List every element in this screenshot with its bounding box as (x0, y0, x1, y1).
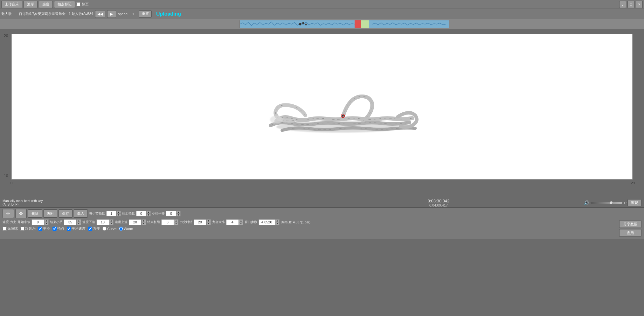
chart-area: 0 29 (11, 34, 633, 179)
force-time-label: 力变时结 (180, 220, 192, 224)
avg-speed-checkbox[interactable]: 平均速度 (67, 226, 86, 231)
waveform-container[interactable] (239, 20, 449, 28)
su-down[interactable]: ▼ (142, 222, 146, 225)
speed-up-input[interactable] (129, 219, 142, 225)
small-beat-input[interactable] (166, 211, 176, 216)
speed-label: speed (118, 12, 128, 16)
chart-outer: 20 10 0 29 (0, 29, 644, 198)
status-bar: Manually mark beat with key (A, S, D, F)… (0, 198, 644, 207)
ft-down[interactable]: ▼ (206, 222, 211, 225)
top-toolbar: 上传音乐 波形 感度 拍点标记 翻页 ♪ □ × (0, 0, 644, 9)
move-btn[interactable]: ✥ (15, 209, 27, 218)
speed-up-input-group: ▲▼ (129, 219, 146, 225)
worm-visualization (251, 75, 429, 138)
bottom-row3: 无吱嗦 跟音乐 平滑 拍点 平均速度 力变 Curve Worm (3, 226, 641, 231)
force-checkbox[interactable]: 力变 (88, 226, 100, 231)
sd-up[interactable]: ▲ (109, 219, 114, 222)
delete-btn[interactable]: 删除 (28, 209, 42, 218)
start-beat-input[interactable] (136, 211, 146, 216)
sd-down[interactable]: ▼ (109, 222, 114, 225)
prev-btn[interactable]: ◀◀ (95, 10, 105, 18)
wp-down[interactable]: ▼ (275, 222, 280, 225)
per-measure-input[interactable] (106, 211, 116, 216)
curve-radio[interactable]: Curve (102, 227, 116, 231)
volume-slider[interactable] (591, 202, 622, 204)
em-down[interactable]: ▼ (77, 222, 81, 225)
time-current: 0:03:30.042 (293, 199, 584, 203)
wp-up[interactable]: ▲ (275, 219, 280, 222)
eb-down[interactable]: ▼ (174, 222, 178, 225)
track-label: 魅人歌——百得浩9.7岁安灭呜乐里音乐会 - 1 魅人歌(Av584 (1, 11, 93, 16)
bottom-right-buttons: 分享数据 应用 (619, 220, 641, 237)
play-btn[interactable]: ▶ (107, 10, 116, 18)
end-bars-label: 结束杠组 (147, 220, 160, 224)
music-icon[interactable]: ♪ (619, 1, 626, 8)
end-bars-input[interactable] (161, 219, 174, 225)
speed-force-label: 速度·力变 (3, 220, 16, 224)
sensitivity-btn[interactable]: 感度 (39, 1, 53, 8)
bottom-row1: ✏ ✥ 删除 吸附 保存 载入 每小节拍数 ▲ ▼ 拍起拍数 ▲ ▼ 小拍平移 … (3, 209, 641, 218)
x-axis-right: 29 (631, 181, 635, 185)
speed-up-label: 速度上速 (115, 220, 128, 224)
svg-point-4 (270, 116, 283, 123)
play-music-checkbox[interactable]: 跟音乐 (20, 226, 36, 231)
window-icon[interactable]: □ (627, 1, 634, 8)
ft-up[interactable]: ▲ (206, 219, 211, 222)
smooth-checkbox[interactable]: 平滑 (38, 226, 50, 231)
save-btn[interactable]: 保存 (59, 209, 73, 218)
apply-bottom-btn[interactable]: 应用 (619, 229, 641, 237)
end-measure-input[interactable] (64, 219, 77, 225)
start-measure-input[interactable] (31, 219, 44, 225)
waveform-row (0, 19, 644, 29)
fs-up[interactable]: ▲ (239, 219, 243, 222)
start-beat-input-group: ▲ ▼ (136, 211, 151, 216)
waveform-green-marker (361, 20, 369, 28)
input-btn[interactable]: 载入 (74, 209, 88, 218)
close-icon[interactable]: × (636, 1, 643, 8)
beat-marker-btn[interactable]: 拍点标记 (54, 1, 75, 8)
status-line1: Manually mark beat with key (3, 199, 293, 203)
force-time-input[interactable] (194, 219, 206, 225)
default-label: Default: (281, 221, 292, 224)
page-flip-label: 翻页 (82, 2, 89, 7)
start-beat-up[interactable]: ▲ (146, 211, 151, 214)
per-measure-down[interactable]: ▼ (116, 214, 121, 216)
speed-down-input[interactable] (96, 219, 109, 225)
draw-btn[interactable]: ✏ (3, 209, 14, 218)
window-param-input[interactable] (259, 219, 275, 225)
force-size-input[interactable] (226, 219, 239, 225)
em-up[interactable]: ▲ (77, 219, 81, 222)
waveform-blue-left (240, 20, 355, 28)
worm-radio[interactable]: Worm (119, 227, 133, 231)
window-param-label: 窗口参数 (245, 220, 257, 224)
time-display: 0:03:30.042 0:04:09.417 (293, 199, 584, 207)
waveform-btn[interactable]: 波形 (24, 1, 38, 8)
per-measure-up[interactable]: ▲ (116, 211, 121, 214)
page-flip-checkbox[interactable] (76, 2, 80, 6)
no-effect-checkbox[interactable]: 无吱嗦 (3, 226, 18, 231)
absorb-btn[interactable]: 吸附 (43, 209, 57, 218)
per-measure-spinners: ▲ ▼ (116, 211, 121, 216)
small-beat-input-group: ▲ ▼ (166, 211, 181, 216)
sm-up[interactable]: ▲ (44, 219, 49, 222)
start-beat-down[interactable]: ▼ (146, 214, 151, 216)
small-beat-up[interactable]: ▲ (176, 211, 181, 214)
apply-btn[interactable]: 重置 (139, 11, 152, 18)
status-text: Manually mark beat with key (A, S, D, F) (3, 199, 293, 206)
volume-icon: 🔊 (584, 200, 589, 205)
sm-down[interactable]: ▼ (44, 222, 49, 225)
force-size-input-group: ▲▼ (226, 219, 243, 225)
start-beat-spinners: ▲ ▼ (146, 211, 151, 216)
fs-down[interactable]: ▼ (239, 222, 243, 225)
su-up[interactable]: ▲ (142, 219, 146, 222)
small-beat-down[interactable]: ▼ (176, 214, 181, 216)
beat-checkbox[interactable]: 拍点 (52, 226, 64, 231)
small-beat-label: 小拍平移 (152, 211, 165, 216)
share-data-btn[interactable]: 分享数据 (619, 220, 641, 228)
eb-up[interactable]: ▲ (174, 219, 178, 222)
small-beat-spinners: ▲ ▼ (176, 211, 181, 216)
waveform-blue-right (369, 20, 449, 28)
upload-music-btn[interactable]: 上传音乐 (1, 1, 22, 8)
svg-point-0 (299, 23, 301, 25)
settings-macro-btn[interactable]: 宏观 (627, 199, 641, 206)
